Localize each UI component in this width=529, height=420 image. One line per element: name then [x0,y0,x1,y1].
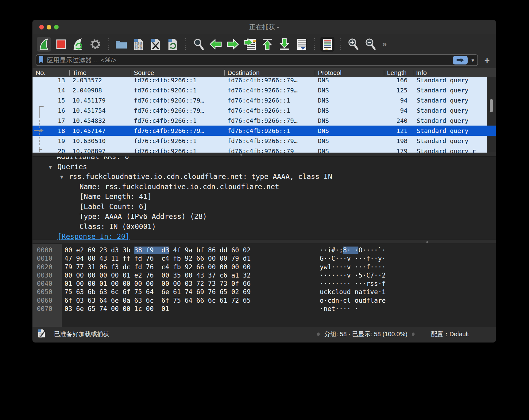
find-packet-button[interactable] [191,37,206,52]
zoom-in-button[interactable] [346,37,360,52]
tree-row[interactable]: ▼Queries [33,162,496,172]
expert-info-icon[interactable]: 000010011 [37,329,45,340]
status-grip-dot [317,332,320,336]
column-header-info[interactable]: Info [413,68,496,77]
cell-no: 14 [33,87,69,94]
pane-splitter-top[interactable] [33,153,496,157]
auto-scroll-button[interactable] [295,37,309,52]
cell-info: Standard query [413,97,487,104]
tree-row[interactable]: Class: IN (0x0001) [33,222,496,232]
tree-row[interactable]: [Name Length: 41] [33,192,496,202]
cell-info: Standard query r [413,147,487,153]
cell-destination: fd76:c4fb:9266::1 [224,127,315,134]
filter-dropdown-caret[interactable]: ▼ [471,58,475,63]
cell-length: 125 [384,87,413,94]
cell-length: 240 [384,117,413,124]
cell-no: 19 [33,137,69,145]
cell-source: fd76:c4fb:9266::79… [131,107,224,114]
hex-row[interactable]: 003000 00 00 00 00 01 e2 76 00 35 00 43 … [33,271,496,280]
stop-capture-button[interactable] [54,37,68,52]
packet-row[interactable]: 19 10.630510 fd76:c4fb:9266::1 fd76:c4fb… [33,136,487,146]
tree-row[interactable]: [Response In: 20] [33,231,496,240]
hex-row[interactable]: 001047 94 00 43 11 ff fd 76 c4 fb 92 66 … [33,255,496,263]
reload-document-icon [168,38,178,50]
cell-time: 10.630510 [69,137,131,145]
column-header-destination[interactable]: Destination [224,68,315,77]
hex-row[interactable]: 005075 63 6b 63 6c 6f 75 64 6e 61 74 69 … [33,288,496,296]
display-filter-field[interactable]: ▼ [36,54,478,66]
tree-row-clipped[interactable]: Additional RRs: 0 [33,157,496,162]
cell-length: 94 [384,97,413,104]
tree-row[interactable]: Type: AAAA (IPv6 Address) (28) [33,212,496,222]
reload-file-button[interactable] [166,37,180,52]
apply-filter-button[interactable] [453,56,468,64]
close-window-button[interactable] [39,25,44,29]
tree-row[interactable]: ▼rss.fuckcloudnative.io.cdn.cloudflare.n… [33,172,496,182]
column-header-length[interactable]: Length [384,68,413,77]
colorize-button[interactable] [320,37,334,52]
column-header-no[interactable]: No. [33,68,69,77]
packet-row[interactable]: 16 10.451754 fd76:c4fb:9266::79… fd76:c4… [33,105,487,115]
add-filter-button[interactable]: + [482,55,492,65]
packet-row[interactable]: 13 2.033572 fd76:c4fb:9266::1 fd76:c4fb:… [33,77,487,85]
filter-bar: ▼ + [33,54,496,68]
packet-row[interactable]: 17 10.454832 fd76:c4fb:9266::1 fd76:c4fb… [33,115,487,126]
zoom-out-button[interactable] [363,37,377,52]
hex-row[interactable]: 007003 6e 65 74 00 00 1c 00 01·net···· · [33,305,496,313]
main-toolbar: 01010 01101 01110 [33,34,496,54]
cell-length: 121 [384,127,413,134]
shark-fin-restart-icon [72,38,84,50]
zoom-window-button[interactable] [54,25,59,29]
cell-info: Standard query [413,117,487,124]
packet-detail-pane: Additional RRs: 0 ▼Queries ▼rss.fuckclou… [33,157,496,240]
zoom-out-icon [365,38,376,50]
hex-row[interactable]: 00606f 03 63 64 6e 0a 63 6c 6f 75 64 66 … [33,297,496,305]
cell-info: Standard query [413,87,487,94]
expander-triangle-icon[interactable]: ▼ [60,172,69,182]
hex-offset: 0050 [33,288,62,296]
go-first-button[interactable] [260,37,274,52]
close-file-button[interactable] [149,37,163,52]
go-to-packet-button[interactable] [243,37,257,52]
packet-row[interactable]: 18 10.457147 fd76:c4fb:9266::79… fd76:c4… [33,126,496,136]
restart-capture-button[interactable] [71,37,85,52]
cell-time: 10.457147 [69,127,131,134]
toolbar-overflow-button[interactable]: » [382,40,386,49]
cell-source: fd76:c4fb:9266::1 [131,137,224,145]
open-file-button[interactable] [114,37,128,52]
column-header-source[interactable]: Source [131,68,224,77]
go-last-button[interactable] [277,37,292,52]
wireshark-window: 正在捕获 - [32,20,496,343]
status-ready-text: 已准备好加载或捕获 [54,330,109,338]
cell-protocol: DNS [315,117,384,124]
tree-row[interactable]: [Label Count: 6] [33,202,496,212]
go-forward-button[interactable] [226,37,240,52]
tree-row[interactable]: Name: rss.fuckcloudnative.io.cdn.cloudfl… [33,182,496,192]
zoom-in-icon [347,38,359,50]
packet-row[interactable]: 14 2.040988 fd76:c4fb:9266::1 fd76:c4fb:… [33,85,487,95]
cell-source: fd76:c4fb:9266::1 [131,147,224,153]
go-back-button[interactable] [209,37,223,52]
minimize-window-button[interactable] [47,25,51,29]
start-capture-button[interactable] [37,37,51,52]
display-filter-input[interactable] [47,56,450,64]
bookmark-icon[interactable] [38,55,44,65]
capture-options-button[interactable] [88,37,102,52]
pane-splitter-bottom[interactable] [33,240,496,244]
cell-no: 13 [33,77,69,84]
hex-row[interactable]: 002079 77 31 06 f3 dc fd 76 c4 fb 92 66 … [33,263,496,271]
profile-text[interactable]: 配置：Default [431,330,469,338]
expander-triangle-icon[interactable]: ▼ [49,162,57,172]
cell-destination: fd76:c4fb:9266::1 [224,97,315,104]
column-header-protocol[interactable]: Protocol [315,68,384,77]
packet-row[interactable]: 20 10.708897 fd76:c4fb:9266::1 fd76:c4fb… [33,146,487,153]
cell-length: 94 [384,107,413,114]
hex-row[interactable]: 000000 e2 69 23 d3 3b 38 f9 d3 4f 9a bf … [33,246,496,255]
packet-row[interactable]: 15 10.451179 fd76:c4fb:9266::79… fd76:c4… [33,95,487,105]
toolbar-separator [314,38,315,50]
column-header-time[interactable]: Time [69,68,131,77]
save-file-button[interactable]: 01010 01101 01110 [131,37,145,52]
hex-row[interactable]: 004001 00 00 01 00 00 00 00 00 00 03 72 … [33,280,496,288]
arrow-right-icon [227,39,239,49]
cell-length: 179 [384,147,413,153]
